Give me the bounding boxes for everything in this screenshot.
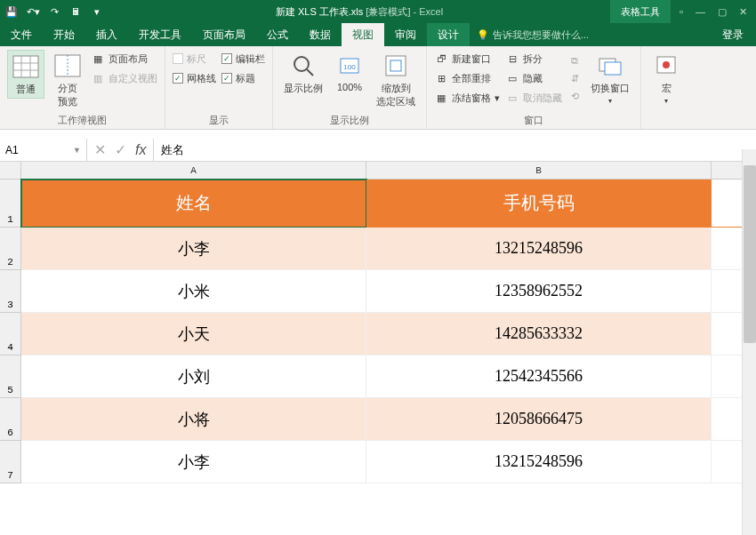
login-link[interactable]: 登录 [710, 28, 756, 43]
cell[interactable]: 14285633332 [366, 313, 712, 355]
select-all-corner[interactable] [0, 162, 21, 179]
row-header[interactable]: 1 [0, 180, 21, 228]
custom-views-icon: ▥ [91, 71, 105, 85]
ribbon-options-icon[interactable]: ▫ [680, 6, 683, 18]
cell[interactable]: 小将 [21, 398, 366, 441]
freeze-icon: ▦ [434, 91, 448, 105]
cell[interactable]: 12542345566 [366, 355, 712, 398]
switch-windows-button[interactable]: 切换窗口 ▾ [587, 50, 633, 107]
tab-home[interactable]: 开始 [43, 23, 85, 46]
normal-view-button[interactable]: 普通 [7, 50, 44, 99]
zoom-button[interactable]: 显示比例 [280, 50, 326, 97]
svg-point-16 [663, 61, 670, 68]
cell[interactable]: 小刘 [21, 355, 366, 398]
column-headers: A B [0, 162, 756, 180]
view-side-icon: ⧉ [567, 53, 582, 68]
arrange-all-button[interactable]: ⊞全部重排 [434, 69, 500, 87]
maximize-icon[interactable]: ▢ [718, 6, 727, 18]
split-icon: ⊟ [505, 52, 519, 66]
enter-icon: ✓ [115, 141, 126, 158]
cancel-icon: ✕ [94, 141, 106, 158]
cell[interactable]: 小李 [21, 228, 366, 270]
worksheet[interactable]: A B 1姓名手机号码2小李132152485963小米123589625524… [0, 162, 756, 483]
qat-more-icon[interactable]: ▾ [91, 5, 103, 18]
switch-windows-icon [596, 52, 624, 80]
split-button[interactable]: ⊟拆分 [505, 50, 562, 68]
tab-view[interactable]: 视图 [342, 23, 384, 46]
row-header[interactable]: 3 [0, 270, 21, 313]
macros-button[interactable]: 宏 ▾ [648, 50, 684, 107]
unhide-button: ▭取消隐藏 [505, 89, 562, 107]
tab-file[interactable]: 文件 [0, 23, 43, 46]
chevron-down-icon: ▾ [495, 92, 500, 104]
row-header[interactable]: 2 [0, 228, 21, 270]
normal-view-icon [12, 52, 40, 81]
fx-icon[interactable]: fx [135, 142, 146, 158]
tab-design[interactable]: 设计 [427, 23, 470, 46]
formula-bar-row: A1▼ ✕ ✓ fx 姓名 [0, 139, 756, 162]
chevron-down-icon[interactable]: ▼ [73, 146, 81, 155]
tab-review[interactable]: 审阅 [384, 23, 427, 46]
calculator-icon[interactable]: 🖩 [69, 5, 82, 18]
name-box[interactable]: A1▼ [0, 139, 87, 161]
save-icon[interactable]: 💾 [5, 5, 18, 18]
close-icon[interactable]: ✕ [739, 6, 747, 18]
hide-icon: ▭ [505, 71, 519, 85]
group-macros: 宏 ▾ [641, 46, 691, 129]
svg-rect-0 [13, 56, 38, 77]
new-window-icon: 🗗 [434, 52, 448, 66]
minimize-icon[interactable]: — [696, 6, 705, 18]
pagebreak-icon [53, 52, 82, 80]
svg-rect-14 [605, 62, 621, 75]
cell[interactable]: 小米 [21, 270, 366, 313]
hide-button[interactable]: ▭隐藏 [505, 69, 562, 87]
zoom-selection-icon [382, 52, 410, 80]
tell-me-search[interactable]: 💡 告诉我您想要做什么... [477, 28, 589, 42]
tab-data[interactable]: 数据 [299, 23, 342, 46]
lightbulb-icon: 💡 [477, 29, 489, 41]
cell[interactable]: 13215248596 [366, 228, 712, 270]
tab-insert[interactable]: 插入 [85, 23, 128, 46]
freeze-panes-button[interactable]: ▦冻结窗格 ▾ [434, 89, 500, 107]
cell[interactable]: 小天 [21, 313, 366, 355]
title-bar: 💾 ↶▾ ↷ 🖩 ▾ 新建 XLS 工作表.xls [兼容模式] - Excel… [0, 0, 756, 23]
group-zoom: 显示比例 100 100% 缩放到 选定区域 显示比例 [273, 46, 427, 129]
row-header[interactable]: 7 [0, 441, 21, 483]
cell[interactable]: 姓名 [21, 180, 366, 228]
cell[interactable]: 手机号码 [366, 180, 712, 228]
pagebreak-preview-button[interactable]: 分页 预览 [50, 50, 85, 110]
custom-views-button[interactable]: ▥自定义视图 [91, 69, 157, 87]
cell[interactable]: 12358962552 [366, 270, 712, 313]
redo-icon[interactable]: ↷ [48, 5, 60, 18]
gridlines-checkbox[interactable] [173, 73, 183, 84]
cell[interactable]: 小李 [21, 441, 366, 483]
svg-line-8 [307, 69, 313, 76]
col-header-b[interactable]: B [366, 162, 712, 179]
vertical-scrollbar[interactable] [742, 149, 756, 535]
col-header-a[interactable]: A [21, 162, 366, 179]
zoom-selection-button[interactable]: 缩放到 选定区域 [373, 50, 419, 110]
formulabar-checkbox[interactable] [221, 53, 232, 64]
page-layout-button[interactable]: ▦页面布局 [91, 50, 157, 68]
zoom-100-icon: 100 [335, 52, 364, 80]
zoom-icon [289, 52, 318, 80]
row-header[interactable]: 4 [0, 313, 21, 355]
cell[interactable]: 13215248596 [366, 441, 712, 483]
tab-developer[interactable]: 开发工具 [128, 23, 192, 46]
row-header[interactable]: 5 [0, 355, 21, 398]
headings-checkbox[interactable] [221, 73, 232, 84]
tab-formulas[interactable]: 公式 [256, 23, 299, 46]
new-window-button[interactable]: 🗗新建窗口 [434, 50, 500, 68]
svg-rect-11 [386, 56, 406, 76]
contextual-tab-title: 表格工具 [610, 0, 671, 23]
undo-icon[interactable]: ↶▾ [27, 5, 39, 18]
row-header[interactable]: 6 [0, 398, 21, 441]
zoom-100-button[interactable]: 100 100% [332, 50, 367, 94]
cell[interactable]: 12058666475 [366, 398, 712, 441]
formula-bar[interactable]: 姓名 [154, 139, 756, 161]
group-window: 🗗新建窗口 ⊞全部重排 ▦冻结窗格 ▾ ⊟拆分 ▭隐藏 ▭取消隐藏 ⧉ ⇵ ⟲ … [427, 46, 641, 129]
scroll-thumb[interactable] [744, 165, 756, 343]
tab-page-layout[interactable]: 页面布局 [192, 23, 256, 46]
unhide-icon: ▭ [505, 91, 519, 105]
quick-access-toolbar: 💾 ↶▾ ↷ 🖩 ▾ [0, 5, 109, 18]
